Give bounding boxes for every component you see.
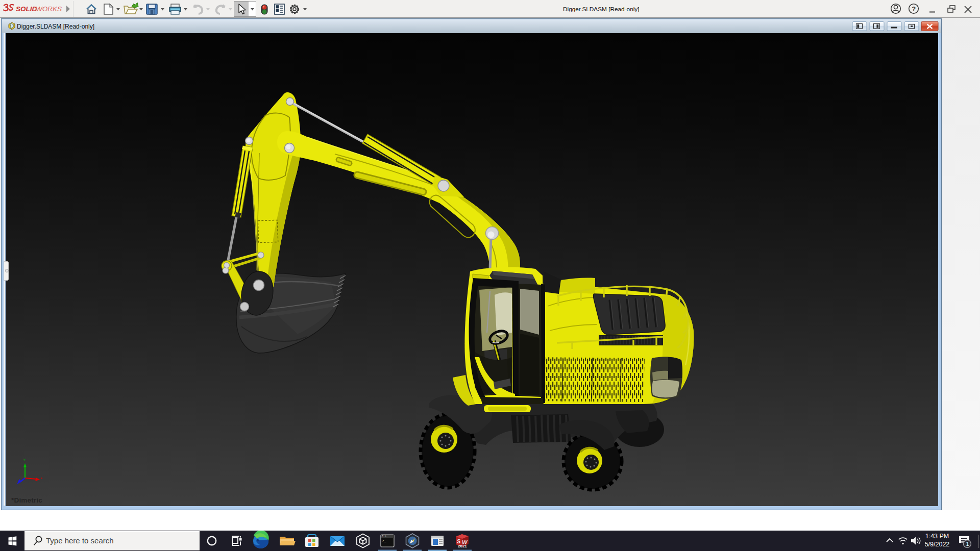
- svg-text:SOLID: SOLID: [16, 5, 37, 13]
- svg-text:>_: >_: [382, 539, 386, 543]
- svg-text:1: 1: [966, 541, 969, 547]
- svg-text:C:\: C:\: [382, 535, 386, 538]
- svg-text:WORKS: WORKS: [36, 5, 62, 13]
- svg-text:?: ?: [912, 5, 916, 13]
- svg-text:Y: Y: [23, 458, 26, 462]
- svg-text:2021: 2021: [458, 544, 467, 548]
